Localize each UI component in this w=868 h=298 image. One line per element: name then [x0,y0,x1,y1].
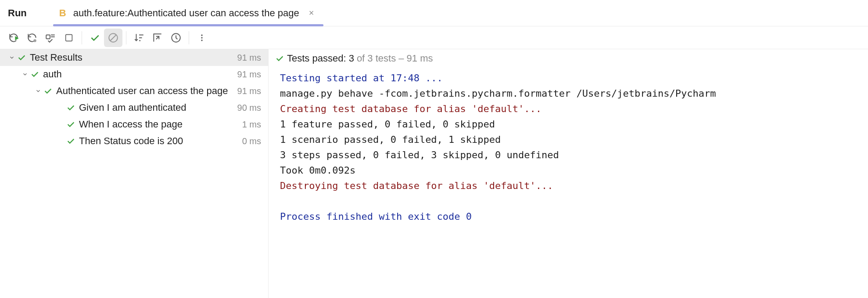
toolbar-separator [189,31,189,44]
tree-label: Test Results [30,52,82,63]
check-icon [66,136,75,146]
summary-passed: Tests passed: 3 [287,53,354,64]
check-icon [17,53,26,62]
check-icon [275,54,284,63]
console-line: 1 scenario passed, 0 failed, 1 skipped [280,132,857,147]
tests-summary: Tests passed: 3 of 3 tests – 91 ms [269,49,868,68]
rerun-icon[interactable] [4,29,23,47]
test-history-icon[interactable] [167,29,185,47]
tree-label: Given I am authenticated [79,102,187,113]
show-passed-icon[interactable] [86,29,104,47]
show-ignored-icon[interactable] [104,29,122,47]
run-config-tab[interactable]: B auth.feature:Authenticated user can ac… [53,0,324,26]
rerun-failed-icon[interactable] [23,29,41,47]
summary-total: of 3 tests – 91 ms [357,53,433,64]
tree-label: auth [43,69,62,80]
run-toolwindow-header: Run B auth.feature:Authenticated user ca… [0,0,868,26]
check-icon [66,120,75,129]
tab-underline [53,24,324,26]
check-icon [30,69,39,79]
console-line: Destroying test database for alias 'defa… [280,178,857,193]
close-icon[interactable]: × [309,8,314,18]
svg-point-0 [33,39,36,42]
expand-all-icon[interactable] [148,29,167,47]
check-icon [43,86,53,96]
tree-time: 1 ms [242,120,261,130]
more-icon[interactable] [193,29,211,47]
tree-step-row[interactable]: Given I am authenticated 90 ms [0,99,268,116]
svg-rect-1 [46,35,50,39]
svg-rect-2 [66,34,72,41]
behave-file-icon: B [57,7,69,19]
run-title: Run [8,7,27,19]
tree-time: 91 ms [237,53,261,63]
tree-label: Authenticated user can access the page [56,85,228,97]
tree-time: 91 ms [237,86,261,96]
tree-time: 91 ms [237,69,261,80]
svg-point-7 [201,40,203,41]
console-line: manage.py behave -fcom.jetbrains.pycharm… [280,86,857,101]
chevron-down-icon[interactable] [33,88,43,94]
tree-label: When I access the page [79,119,183,130]
console-line: Testing started at 17:48 ... [280,70,857,86]
tree-feature-row[interactable]: auth 91 ms [0,66,268,83]
console-line [280,193,857,209]
tree-time: 90 ms [237,103,261,113]
console-panel: Tests passed: 3 of 3 tests – 91 ms Testi… [269,49,868,298]
tree-label: Then Status code is 200 [79,135,183,147]
console-output[interactable]: Testing started at 17:48 ...manage.py be… [269,68,868,227]
tree-step-row[interactable]: Then Status code is 200 0 ms [0,133,268,149]
run-config-tab-title: auth.feature:Authenticated user can acce… [73,7,299,19]
toolbar-separator [126,31,126,44]
toolbar-separator [82,31,82,44]
sort-icon[interactable] [130,29,148,47]
tree-step-row[interactable]: When I access the page 1 ms [0,116,268,133]
check-icon [66,103,75,113]
tree-scenario-row[interactable]: Authenticated user can access the page 9… [0,83,268,99]
console-line: 3 steps passed, 0 failed, 3 skipped, 0 u… [280,147,857,163]
chevron-down-icon[interactable] [7,55,17,61]
test-toolbar [0,26,868,49]
toggle-auto-test-icon[interactable] [41,29,60,47]
console-line: Creating test database for alias 'defaul… [280,101,857,116]
stop-icon[interactable] [60,29,78,47]
svg-point-6 [201,37,203,38]
chevron-down-icon[interactable] [20,71,30,77]
tree-time: 0 ms [242,136,261,146]
console-line: 1 feature passed, 0 failed, 0 skipped [280,116,857,132]
tree-root-row[interactable]: Test Results 91 ms [0,49,268,66]
console-line: Process finished with exit code 0 [280,209,857,224]
test-tree[interactable]: Test Results 91 ms auth 91 ms Authentica… [0,49,269,298]
svg-point-5 [201,34,203,36]
console-line: Took 0m0.092s [280,163,857,178]
